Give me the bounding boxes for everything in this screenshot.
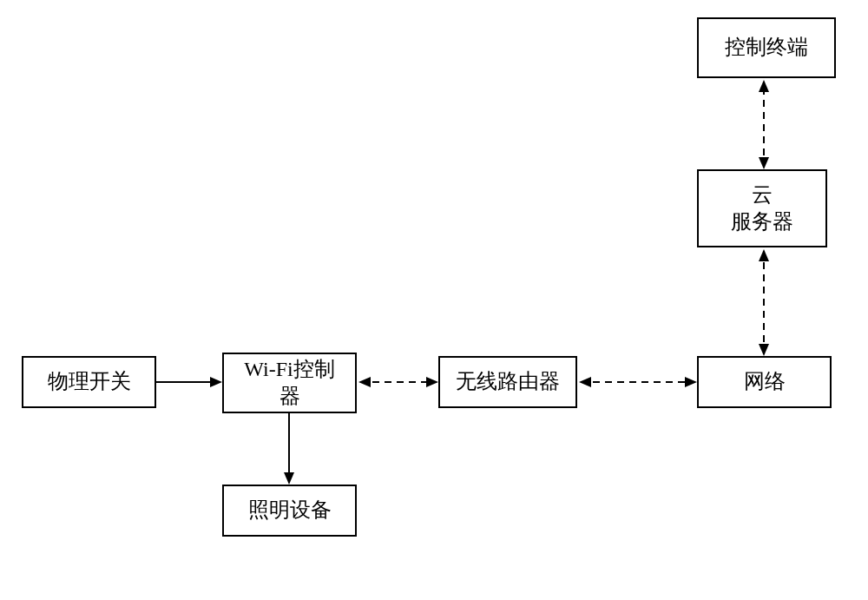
label-physical-switch: 物理开关 — [48, 368, 131, 395]
box-wifi-controller: Wi-Fi控制 器 — [222, 353, 357, 413]
label-wireless-router: 无线路由器 — [456, 368, 560, 395]
label-cloud-server: 云 服务器 — [731, 181, 793, 235]
box-network: 网络 — [697, 356, 832, 408]
box-lighting-device: 照明设备 — [222, 485, 357, 537]
label-network: 网络 — [744, 368, 786, 395]
label-wifi-controller: Wi-Fi控制 器 — [244, 356, 334, 410]
label-control-terminal: 控制终端 — [725, 34, 808, 61]
box-wireless-router: 无线路由器 — [438, 356, 577, 408]
box-physical-switch: 物理开关 — [22, 356, 156, 408]
box-control-terminal: 控制终端 — [697, 17, 836, 78]
box-cloud-server: 云 服务器 — [697, 169, 827, 247]
label-lighting-device: 照明设备 — [248, 497, 332, 524]
diagram-arrows — [0, 0, 868, 600]
